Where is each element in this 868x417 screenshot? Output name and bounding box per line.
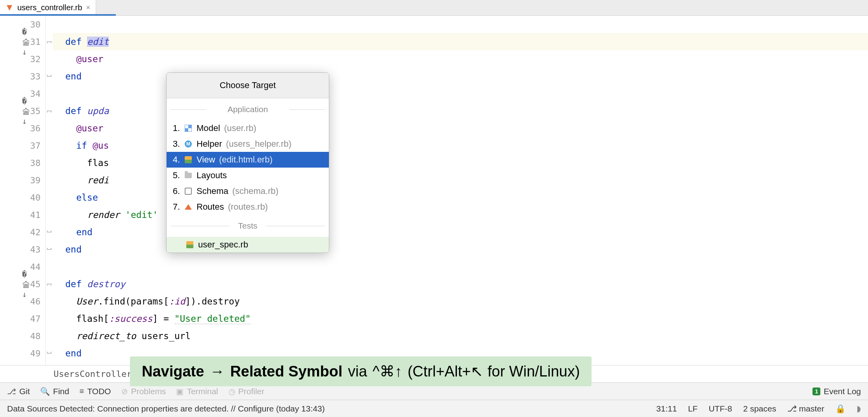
gutter-line[interactable]: 33 [0,68,45,85]
gutter-line[interactable]: 47 [0,310,45,327]
tab-bar: users_controller.rb × [0,0,868,16]
tab-users-controller[interactable]: users_controller.rb × [0,0,96,15]
choose-target-popup: Choose Target Application 1. Model (user… [166,72,329,253]
override-icon[interactable]: �술↓ [22,279,33,290]
gutter-line[interactable]: 40 [0,189,45,206]
gutter-line[interactable]: 36 [0,120,45,137]
fold-column [46,16,53,365]
popup-item-schema[interactable]: 6. Schema (schema.rb) [167,183,329,199]
erb-icon [184,155,193,164]
more-icon[interactable]: ◗ [857,404,861,413]
model-icon [184,124,193,133]
gutter-line[interactable]: �술↓45 [0,275,45,293]
gutter-line[interactable]: 43 [0,241,45,258]
fold-start-icon[interactable] [47,284,52,284]
gutter-line[interactable]: 42 [0,223,45,241]
override-icon[interactable]: �술↓ [22,36,33,47]
fold-end-icon[interactable] [47,232,52,232]
tip-banner: Navigate → Related Symbol via ^⌘↑ (Ctrl+… [130,356,592,386]
popup-item-helper[interactable]: 3. M Helper (users_helper.rb) [167,136,329,152]
gutter-line[interactable]: 48 [0,327,45,345]
gutter-line[interactable]: 49 [0,345,45,362]
terminal-icon: ▣ [176,387,184,396]
problems-icon: ⊘ [121,387,128,396]
profiler-icon: ◷ [228,387,235,396]
popup-item-view[interactable]: 4. View (edit.html.erb) [167,152,329,168]
popup-section-tests: Tests [167,215,329,237]
popup-item-user-spec[interactable]: user_spec.rb [167,237,329,253]
svg-marker-0 [7,5,12,11]
gutter-line[interactable]: 37 [0,137,45,154]
status-encoding[interactable]: UTF-8 [708,404,732,413]
tool-profiler[interactable]: ◷Profiler [228,387,265,396]
list-icon: ≡ [80,387,84,396]
gutter-line[interactable]: 46 [0,293,45,310]
popup-item-model[interactable]: 1. Model (user.rb) [167,120,329,136]
tool-git[interactable]: ⎇Git [7,387,30,396]
status-bar: Data Sources Detected: Connection proper… [0,400,868,417]
lock-icon[interactable]: 🔒 [835,404,846,413]
schema-icon [184,187,193,196]
popup-title: Choose Target [167,73,329,98]
tab-filename: users_controller.rb [17,3,82,12]
tool-todo[interactable]: ≡TODO [80,387,111,396]
git-branch-icon: ⎇ [787,404,799,413]
breadcrumb-item[interactable]: UsersController [54,369,132,379]
folder-icon [184,171,193,180]
gutter-line[interactable]: 39 [0,172,45,189]
status-message[interactable]: Data Sources Detected: Connection proper… [7,404,325,413]
fold-end-icon[interactable] [47,353,52,354]
gutter-line[interactable]: 32 [0,50,45,68]
ruby-file-icon [6,4,13,12]
editor: 30 �술↓31 32 33 34 �술↓35 36 37 38 39 40 4… [0,16,868,365]
tool-event-log[interactable]: 1Event Log [812,387,861,396]
helper-icon: M [184,140,193,148]
status-line-sep[interactable]: LF [688,404,698,413]
git-branch-icon: ⎇ [7,387,16,396]
gutter-line[interactable]: �술↓31 [0,33,45,50]
gutter-line[interactable]: 38 [0,154,45,172]
routes-icon [184,203,193,211]
erb-icon [185,240,194,249]
gutter: 30 �술↓31 32 33 34 �술↓35 36 37 38 39 40 4… [0,16,46,365]
close-icon[interactable]: × [86,4,91,12]
fold-start-icon[interactable] [47,41,52,42]
fold-start-icon[interactable] [47,111,52,111]
fold-end-icon[interactable] [47,76,52,77]
override-icon[interactable]: �술↓ [22,105,33,116]
gutter-line[interactable]: �술↓35 [0,102,45,120]
gutter-line[interactable]: 41 [0,206,45,223]
notification-badge: 1 [812,387,820,395]
tool-terminal[interactable]: ▣Terminal [176,387,218,396]
tool-find[interactable]: 🔍Find [40,387,69,396]
popup-item-layouts[interactable]: 5. Layouts [167,168,329,183]
status-caret-pos[interactable]: 31:11 [656,404,677,413]
status-indent[interactable]: 2 spaces [743,404,776,413]
code-area[interactable]: def edit @user end def upda @user if @us… [53,16,868,365]
search-icon: 🔍 [40,387,50,396]
fold-end-icon[interactable] [47,249,52,250]
popup-item-routes[interactable]: 7. Routes (routes.rb) [167,199,329,215]
status-branch[interactable]: ⎇ master [787,404,824,413]
tool-problems[interactable]: ⊘Problems [121,387,166,396]
popup-section-application: Application [167,98,329,120]
